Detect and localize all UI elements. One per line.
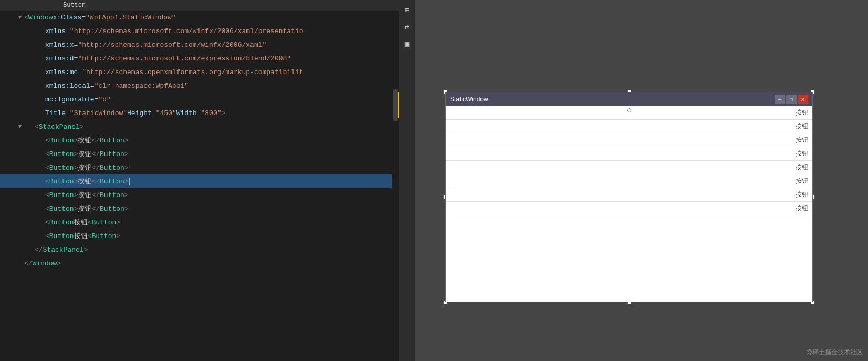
code-line-8: Title="StaticWindow" Height="450" Width=…: [0, 106, 399, 120]
expand-11: [16, 151, 24, 157]
wpf-button-text-6: 按钮: [796, 177, 808, 185]
wpf-content: 按钮 按钮 按钮 按钮 按钮 按钮 按钮: [446, 106, 812, 302]
expand-5: [16, 69, 24, 75]
code-line-3: xmlns:x="http://schemas.microsoft.com/wi…: [0, 38, 399, 51]
screen-icon[interactable]: ▣: [402, 38, 412, 49]
wpf-minimize-btn[interactable]: ─: [775, 95, 785, 104]
code-line-16: <Button 按钮 <Button>: [0, 215, 399, 229]
expand-10: [16, 137, 24, 143]
code-line-1: ▼ <Window x:Class="WpfApp1.StaticWindow": [0, 11, 399, 24]
wpf-window-container: StaticWindow ─ □ ✕ 按钮 按钮 按钮: [445, 92, 813, 302]
code-line-13: <Button>按钮</Button>: [0, 174, 399, 188]
wpf-titlebar-controls: ─ □ ✕: [775, 95, 808, 104]
code-line-18: </StackPanel>: [0, 243, 399, 256]
code-line-7: mc:Ignorable="d": [0, 92, 399, 106]
expand-8: [16, 110, 24, 116]
wpf-button-text-1: 按钮: [796, 108, 808, 117]
expand-7: [16, 96, 24, 102]
middle-toolbar: ⊞ ⇄ ▣: [399, 0, 415, 361]
expand-14: [16, 192, 24, 198]
expand-15: [16, 205, 24, 212]
expand-19: [16, 260, 24, 266]
expand-17: [16, 233, 24, 239]
center-marker-circle: [627, 108, 631, 112]
wpf-window: StaticWindow ─ □ ✕ 按钮 按钮 按钮: [445, 92, 813, 302]
expand-collapse-icon[interactable]: ⊞: [402, 5, 412, 15]
code-line-10: <Button>按钮</Button>: [0, 133, 399, 147]
wpf-button-row-3[interactable]: 按钮: [446, 133, 812, 147]
wpf-close-btn[interactable]: ✕: [798, 95, 808, 104]
code-line-5: xmlns:mc="http://schemas.openxmlformats.…: [0, 65, 399, 79]
code-line-11: <Button>按钮</Button>: [0, 147, 399, 161]
code-line-14: <Button>按钮</Button>: [0, 188, 399, 202]
wpf-button-text-4: 按钮: [796, 149, 808, 158]
wpf-button-text-5: 按钮: [796, 163, 808, 172]
wpf-button-row-7[interactable]: 按钮: [446, 188, 812, 202]
code-line-17: <Button 按钮 <Button>: [0, 229, 399, 243]
expand-4: [16, 55, 24, 61]
wpf-button-text-8: 按钮: [796, 204, 808, 213]
code-line-15: <Button>按钮</Button>: [0, 202, 399, 215]
expand-18: [16, 246, 24, 253]
top-bar-button-label: Button: [63, 2, 86, 9]
wpf-button-row-4[interactable]: 按钮: [446, 147, 812, 161]
expand-2: [16, 28, 24, 34]
wpf-window-title: StaticWindow: [450, 96, 775, 103]
wpf-maximize-btn[interactable]: □: [786, 95, 797, 104]
wpf-button-text-2: 按钮: [796, 122, 808, 131]
expand-6: [16, 82, 24, 89]
code-line-4: xmlns:d="http://schemas.microsoft.com/ex…: [0, 51, 399, 65]
code-line-9: ▼ <StackPanel>: [0, 120, 399, 133]
code-line-12: <Button>按钮</Button>: [0, 161, 399, 174]
watermark-text: @稀土掘金技术社区: [806, 348, 863, 357]
preview-panel: StaticWindow ─ □ ✕ 按钮 按钮 按钮: [415, 0, 868, 361]
code-line-6: xmlns:local="clr-namespace:WpfApp1": [0, 79, 399, 92]
expand-12: [16, 164, 24, 171]
wpf-titlebar: StaticWindow ─ □ ✕: [446, 92, 812, 106]
top-bar: Button: [0, 0, 399, 11]
expand-16: [16, 219, 24, 225]
wpf-button-row-6[interactable]: 按钮: [446, 174, 812, 188]
code-line-19: </Window>: [0, 256, 399, 270]
swap-panels-icon[interactable]: ⇄: [402, 22, 412, 32]
scroll-track[interactable]: [392, 11, 399, 361]
expand-9[interactable]: ▼: [16, 123, 24, 130]
wpf-button-row-5[interactable]: 按钮: [446, 161, 812, 174]
expand-13: [16, 178, 24, 184]
code-editor[interactable]: ▼ <Window x:Class="WpfApp1.StaticWindow"…: [0, 11, 399, 361]
expand-1[interactable]: ▼: [16, 14, 24, 20]
code-line-2: xmlns="http://schemas.microsoft.com/winf…: [0, 24, 399, 38]
wpf-empty-area: [446, 215, 812, 302]
wpf-button-row-2[interactable]: 按钮: [446, 120, 812, 133]
expand-3: [16, 42, 24, 48]
wpf-button-text-3: 按钮: [796, 136, 808, 145]
wpf-button-row-8[interactable]: 按钮: [446, 202, 812, 215]
wpf-button-text-7: 按钮: [796, 190, 808, 199]
